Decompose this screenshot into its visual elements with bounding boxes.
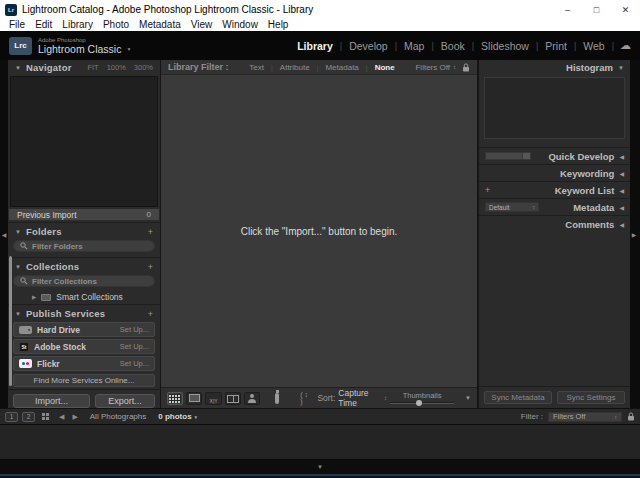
comments-section[interactable]: Comments ◀: [479, 215, 630, 232]
histogram-header[interactable]: Histogram ▼: [479, 60, 630, 75]
compare-view-button[interactable]: [205, 392, 221, 405]
cloud-sync-icon[interactable]: ☁: [620, 39, 631, 52]
module-develop[interactable]: Develop: [342, 40, 395, 52]
second-window-button[interactable]: 2: [22, 412, 35, 422]
filter-collections-input[interactable]: Filter Collections: [13, 275, 155, 287]
module-web[interactable]: Web: [576, 40, 611, 52]
loupe-view-button[interactable]: [186, 392, 202, 405]
comments-title: Comments: [565, 219, 614, 230]
find-more-services-button[interactable]: Find More Services Online...: [13, 374, 155, 387]
right-panel-collapse-edge[interactable]: ▶: [630, 60, 638, 408]
painter-tool-icon[interactable]: [275, 393, 279, 404]
title-bar: Lr Lightroom Catalog - Adobe Photoshop L…: [0, 0, 640, 19]
service-setup-link[interactable]: Set Up...: [120, 325, 149, 334]
menu-window[interactable]: Window: [217, 19, 263, 31]
folders-header[interactable]: ▼ Folders +: [8, 224, 160, 239]
menu-file[interactable]: File: [4, 19, 30, 31]
keyword-list-section[interactable]: + Keyword List ◀: [479, 181, 630, 198]
sync-settings-button[interactable]: Sync Settings: [557, 391, 625, 404]
disclosure-icon[interactable]: ▶: [32, 294, 36, 300]
slider-knob[interactable]: [416, 400, 422, 406]
maximize-button[interactable]: □: [582, 0, 611, 19]
collapse-icon: ◀: [619, 204, 624, 211]
collapse-icon: ◀: [619, 153, 624, 160]
close-button[interactable]: ✕: [611, 0, 640, 19]
add-folder-icon[interactable]: +: [148, 227, 153, 237]
sort-direction-icon[interactable]: ( ↕ ): [300, 391, 310, 405]
add-publish-service-icon[interactable]: +: [148, 309, 153, 319]
publish-services-header[interactable]: ▼ Publish Services +: [8, 306, 160, 321]
menu-edit[interactable]: Edit: [30, 19, 57, 31]
menu-help[interactable]: Help: [263, 19, 294, 31]
main-window-button[interactable]: 1: [5, 412, 18, 422]
menu-view[interactable]: View: [186, 19, 218, 31]
filmstrip-collapse-edge[interactable]: ▼: [0, 460, 640, 473]
saved-preset-widget[interactable]: [485, 152, 531, 160]
toolbar-options-icon[interactable]: ▼: [465, 395, 471, 401]
previous-import-row[interactable]: Previous Import 0: [9, 209, 159, 220]
collections-header[interactable]: ▼ Collections +: [8, 259, 160, 274]
grid-view-area[interactable]: Click the "Import..." button to begin.: [161, 75, 477, 387]
thumbnails-slider[interactable]: [390, 402, 454, 404]
grid-view-button[interactable]: [167, 392, 183, 405]
module-print[interactable]: Print: [538, 40, 574, 52]
zoom-100[interactable]: 100%: [107, 63, 126, 72]
add-collection-icon[interactable]: +: [148, 262, 153, 272]
filter-lock-icon[interactable]: [462, 63, 470, 72]
smart-collections-row[interactable]: ▶ Smart Collections: [8, 291, 160, 303]
menu-metadata[interactable]: Metadata: [134, 19, 186, 31]
module-map[interactable]: Map: [397, 40, 431, 52]
folders-title: Folders: [26, 226, 62, 237]
collapse-left-icon: ◀: [2, 231, 7, 238]
brand-dropdown-icon[interactable]: ▼: [126, 47, 131, 52]
keywording-section[interactable]: Keywording ◀: [479, 164, 630, 181]
import-button[interactable]: Import...: [13, 394, 90, 408]
metadata-preset-select[interactable]: Default ↕: [485, 202, 539, 212]
navigator-header[interactable]: ▼ Navigator FIT 100% 300%: [8, 60, 160, 75]
publish-service-flickr[interactable]: Flickr Set Up...: [13, 356, 155, 371]
sort-value-dropdown[interactable]: Capture Time: [338, 388, 381, 408]
module-library[interactable]: Library: [290, 40, 340, 52]
left-panel-scrollbar[interactable]: [9, 256, 12, 386]
stepper-icon: ↕: [384, 395, 387, 401]
grid-view-shortcut-icon[interactable]: [42, 413, 50, 421]
filmstrip-source[interactable]: All Photographs: [90, 412, 146, 421]
zoom-300[interactable]: 300%: [134, 63, 153, 72]
filmstrip-filter-select[interactable]: Filters Off ↕: [548, 412, 622, 422]
filter-metadata[interactable]: Metadata: [318, 63, 365, 72]
menu-photo[interactable]: Photo: [98, 19, 134, 31]
menu-library[interactable]: Library: [57, 19, 98, 31]
survey-view-button[interactable]: [225, 392, 241, 405]
publish-service-adobe-stock[interactable]: St Adobe Stock Set Up...: [13, 339, 155, 354]
sync-metadata-button[interactable]: Sync Metadata: [484, 391, 552, 404]
brand-adobe-photoshop: Adobe Photoshop: [38, 37, 131, 43]
filmstrip-thumbnails-area[interactable]: [0, 424, 640, 460]
quick-develop-section[interactable]: Quick Develop ◀: [479, 147, 630, 164]
filter-attribute[interactable]: Attribute: [273, 63, 317, 72]
service-setup-link[interactable]: Set Up...: [120, 359, 149, 368]
workspace: ◀ ▼ Navigator FIT 100% 300% Previous Imp…: [0, 60, 640, 408]
add-keyword-icon[interactable]: +: [485, 185, 490, 195]
filter-none[interactable]: None: [368, 63, 402, 72]
zoom-fit[interactable]: FIT: [87, 63, 98, 72]
publish-service-hard-drive[interactable]: Hard Drive Set Up...: [13, 322, 155, 337]
module-slideshow[interactable]: Slideshow: [474, 40, 536, 52]
metadata-section[interactable]: Default ↕ Metadata ◀: [479, 198, 630, 215]
filter-text[interactable]: Text: [242, 63, 271, 72]
collapse-icon: ◀: [619, 187, 624, 194]
export-button[interactable]: Export...: [95, 394, 155, 408]
previous-import-count: 0: [147, 210, 151, 219]
filmstrip-lock-icon[interactable]: [627, 412, 635, 421]
quick-develop-title: Quick Develop: [548, 151, 614, 162]
minimize-button[interactable]: –: [553, 0, 582, 19]
left-panel-collapse-edge[interactable]: ◀: [0, 60, 8, 408]
module-book[interactable]: Book: [434, 40, 472, 52]
compare-view-icon: [210, 389, 218, 407]
filter-preset-dropdown[interactable]: Filters Off ↕: [415, 63, 456, 72]
people-view-button[interactable]: [244, 392, 260, 405]
go-forward-icon[interactable]: ▶: [70, 413, 79, 421]
go-back-icon[interactable]: ◀: [57, 413, 66, 421]
service-setup-link[interactable]: Set Up...: [120, 342, 149, 351]
filmstrip-count-dropdown[interactable]: 0 photos ▾: [158, 412, 197, 421]
filter-folders-input[interactable]: Filter Folders: [13, 240, 155, 252]
